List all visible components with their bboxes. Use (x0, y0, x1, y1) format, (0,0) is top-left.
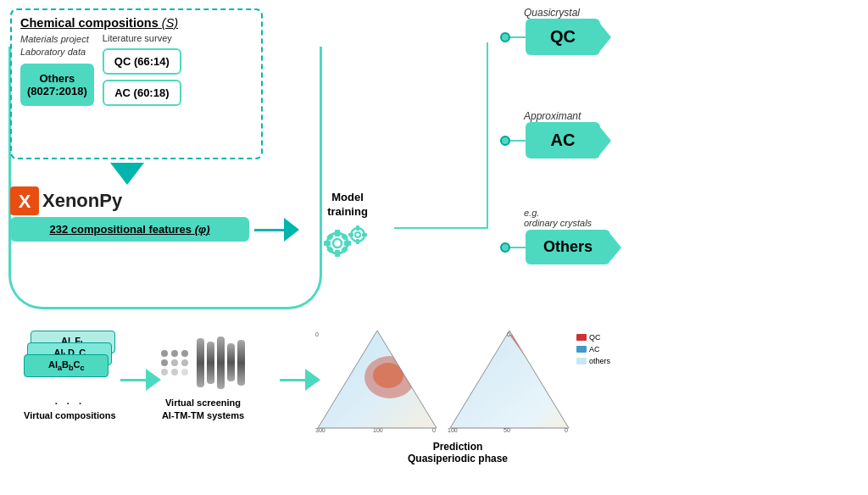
ac-super-label: Approximant (524, 110, 600, 122)
legend-qc-color (576, 334, 587, 341)
svg-rect-16 (362, 233, 367, 236)
connector-v-line (487, 42, 488, 229)
virtual-comp-label: Virtual compositions (24, 410, 116, 420)
prediction-area: 300 100 0 0 (314, 326, 610, 440)
qc-connector-line (510, 36, 526, 38)
triangle-prediction: 100 50 0 0 (446, 326, 573, 437)
dot-3 (181, 350, 188, 357)
others-dot (500, 242, 510, 253)
chemical-compositions-box: Chemical compositions (S) Materials proj… (10, 8, 263, 159)
bottom-arrow-1 (120, 369, 161, 391)
vs-visual (161, 331, 245, 394)
others-super-label1: e.g. (524, 208, 610, 218)
qc-lit-tag: QC (66:14) (103, 48, 181, 75)
dot-8 (171, 369, 178, 375)
xenonpy-name: XenonPy (42, 190, 122, 212)
color-legend: QC AC others (576, 326, 610, 365)
card-3: AlaBbCc (24, 354, 108, 377)
qc-super-label: Quasicrystal (524, 7, 600, 19)
dot-1 (161, 350, 168, 357)
wave-4 (227, 343, 235, 381)
main-diagram: Chemical compositions (S) Materials proj… (0, 0, 868, 495)
svg-rect-17 (348, 233, 353, 236)
model-training-area: Model training (305, 191, 390, 262)
circle-dots (161, 350, 189, 375)
legend-ac-color (576, 346, 587, 353)
virtual-screening-area: Virtual screeningAI-TM-TM systems (161, 331, 245, 423)
legend-ac-label: AC (589, 345, 600, 353)
svg-point-3 (333, 239, 342, 248)
svg-rect-4 (335, 230, 340, 236)
others-badge: Others (526, 230, 610, 264)
qc-dot (500, 32, 510, 42)
svg-text:100: 100 (448, 427, 458, 433)
xenonpy-x-icon: X (10, 186, 39, 215)
virtual-compositions-area: AlaFb AlbDcC AlaBbCc · · · Virtual compo… (24, 331, 116, 420)
ac-tag-area: Approximant AC (500, 110, 600, 159)
svg-text:0: 0 (315, 331, 319, 337)
others-tag-area: e.g. ordinary crystals Others (500, 208, 610, 264)
down-arrow (110, 163, 144, 185)
others-connector-line (510, 247, 526, 248)
svg-text:50: 50 (504, 427, 510, 433)
svg-rect-6 (344, 241, 351, 246)
svg-text:0: 0 (565, 427, 568, 433)
svg-text:0: 0 (507, 331, 510, 337)
chem-subtitle-2: Laboratory data (20, 46, 94, 58)
svg-rect-15 (356, 239, 359, 244)
qc-tag-area: Quasicrystal QC (500, 7, 600, 55)
wave-2 (207, 342, 214, 384)
ac-connector-line (510, 140, 526, 142)
gears-icon (320, 220, 376, 262)
triangle-heatmap: 300 100 0 0 (314, 326, 441, 437)
chem-title: Chemical compositions (S) (20, 16, 253, 30)
others-super-label2: ordinary crystals (524, 218, 610, 228)
features-to-model-arrow (254, 218, 299, 242)
chem-others-tag: Others (8027:2018) (20, 64, 94, 106)
ac-lit-tag: AC (60:18) (103, 80, 181, 106)
stacked-cards: AlaFb AlbDcC AlaBbCc (24, 331, 115, 392)
qc-badge: QC (526, 19, 600, 55)
features-box: 232 compositional features (φ) (10, 217, 249, 242)
dot-9 (181, 369, 188, 375)
wave-5 (237, 340, 245, 386)
legend-others-label: others (589, 357, 610, 365)
triangle-plot-2-area: 100 50 0 0 QC AC others (446, 326, 610, 440)
triangle-plot-1: 300 100 0 0 (314, 326, 441, 440)
ac-dot (500, 136, 510, 146)
wave-1 (197, 338, 204, 387)
svg-marker-30 (450, 331, 569, 428)
svg-text:X: X (19, 191, 31, 212)
svg-rect-7 (324, 241, 331, 246)
wave-3 (217, 336, 225, 389)
dot-4 (161, 359, 168, 366)
dot-6 (181, 359, 188, 366)
vs-label: Virtual screeningAI-TM-TM systems (162, 397, 244, 423)
lit-survey-label: Literature survey (103, 33, 181, 43)
dot-2 (171, 350, 178, 357)
prediction-label: PredictionQuasiperiodic phase (331, 441, 585, 464)
chem-title-italic: (S) (162, 16, 178, 30)
legend-qc-label: QC (589, 333, 601, 342)
triangle-plot-2: 100 50 0 0 (446, 326, 573, 440)
dot-7 (161, 369, 168, 375)
svg-rect-14 (356, 225, 359, 231)
chem-subtitle-1: Materials project (20, 33, 94, 46)
svg-rect-5 (335, 250, 340, 257)
dots-label: · · · (55, 398, 85, 409)
svg-point-13 (355, 232, 360, 237)
legend-others-color (576, 358, 587, 364)
dot-5 (171, 359, 178, 366)
connector-h-line (394, 227, 487, 229)
ac-badge: AC (526, 122, 600, 159)
xenonpy-logo-area: X XenonPy (10, 186, 122, 215)
model-training-label: Model training (327, 191, 368, 220)
neural-waves (197, 336, 245, 389)
